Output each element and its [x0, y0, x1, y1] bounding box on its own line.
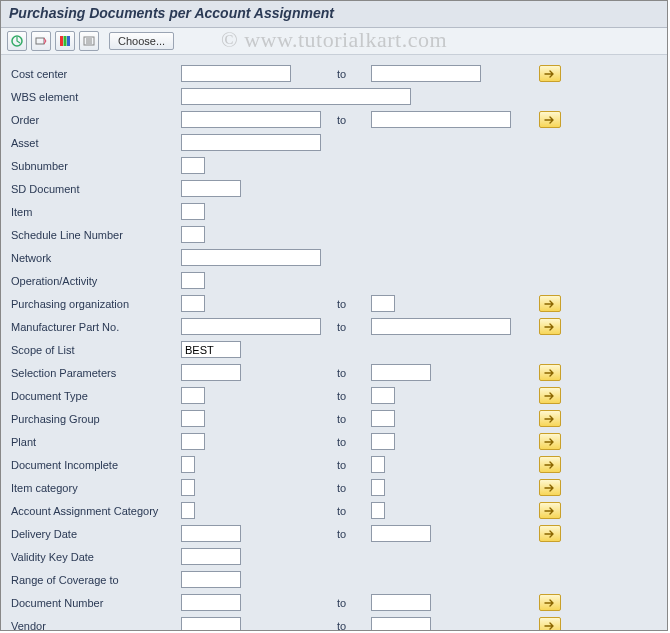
multiple-selection-button[interactable] [539, 433, 561, 450]
order-high-input[interactable] [371, 111, 511, 128]
field-row-subnumber: Subnumber [11, 155, 657, 176]
field-label: Selection Parameters [11, 367, 181, 379]
field-label: Order [11, 114, 181, 126]
field-label: Document Incomplete [11, 459, 181, 471]
to-label: to [331, 505, 371, 517]
field-label: Range of Coverage to [11, 574, 181, 586]
to-label: to [331, 459, 371, 471]
field-row-doc_number: Document Numberto [11, 592, 657, 613]
field-row-asset: Asset [11, 132, 657, 153]
field-row-doc_type: Document Typeto [11, 385, 657, 406]
wbs_element-low-input[interactable] [181, 88, 411, 105]
field-label: Scope of List [11, 344, 181, 356]
item_cat-high-input[interactable] [371, 479, 385, 496]
manuf_part-low-input[interactable] [181, 318, 321, 335]
field-label: WBS element [11, 91, 181, 103]
svg-rect-4 [67, 36, 70, 46]
acct_assign_cat-high-input[interactable] [371, 502, 385, 519]
vendor-high-input[interactable] [371, 617, 431, 631]
item-low-input[interactable] [181, 203, 205, 220]
multiple-selection-button[interactable] [539, 65, 561, 82]
to-label: to [331, 528, 371, 540]
sel_params-low-input[interactable] [181, 364, 241, 381]
purch_group-high-input[interactable] [371, 410, 395, 427]
asset-low-input[interactable] [181, 134, 321, 151]
to-label: to [331, 620, 371, 632]
multiple-selection-button[interactable] [539, 456, 561, 473]
acct_assign_cat-low-input[interactable] [181, 502, 195, 519]
svg-rect-2 [60, 36, 63, 46]
doc_type-high-input[interactable] [371, 387, 395, 404]
multiple-selection-button[interactable] [539, 525, 561, 542]
field-label: Delivery Date [11, 528, 181, 540]
subnumber-low-input[interactable] [181, 157, 205, 174]
cost_center-high-input[interactable] [371, 65, 481, 82]
to-label: to [331, 321, 371, 333]
toolbar: Choose... [1, 28, 667, 55]
to-label: to [331, 367, 371, 379]
sel_params-high-input[interactable] [371, 364, 431, 381]
field-row-range_coverage: Range of Coverage to [11, 569, 657, 590]
multiple-selection-button[interactable] [539, 479, 561, 496]
multiple-selection-button[interactable] [539, 502, 561, 519]
doc_type-low-input[interactable] [181, 387, 205, 404]
choose-button[interactable]: Choose... [109, 32, 174, 50]
execute-button[interactable] [7, 31, 27, 51]
order-low-input[interactable] [181, 111, 321, 128]
doc_number-low-input[interactable] [181, 594, 241, 611]
to-label: to [331, 298, 371, 310]
all-selections-button[interactable] [79, 31, 99, 51]
multiple-selection-button[interactable] [539, 318, 561, 335]
field-label: Operation/Activity [11, 275, 181, 287]
multiple-selection-button[interactable] [539, 111, 561, 128]
field-label: Schedule Line Number [11, 229, 181, 241]
doc_incomplete-low-input[interactable] [181, 456, 195, 473]
delivery_date-high-input[interactable] [371, 525, 431, 542]
to-label: to [331, 482, 371, 494]
to-label: to [331, 68, 371, 80]
field-label: Purchasing Group [11, 413, 181, 425]
multiple-selection-button[interactable] [539, 295, 561, 312]
validity_key-low-input[interactable] [181, 548, 241, 565]
doc_incomplete-high-input[interactable] [371, 456, 385, 473]
field-label: Asset [11, 137, 181, 149]
network-low-input[interactable] [181, 249, 321, 266]
field-label: Plant [11, 436, 181, 448]
field-row-cost_center: Cost centerto [11, 63, 657, 84]
field-row-operation: Operation/Activity [11, 270, 657, 291]
sched_line-low-input[interactable] [181, 226, 205, 243]
cost_center-low-input[interactable] [181, 65, 291, 82]
dynamic-selections-button[interactable] [55, 31, 75, 51]
vendor-low-input[interactable] [181, 617, 241, 631]
svg-rect-1 [36, 38, 44, 44]
selection-fields: Cost centertoWBS elementOrdertoAssetSubn… [1, 55, 667, 631]
multiple-selection-button[interactable] [539, 617, 561, 631]
field-row-sd_document: SD Document [11, 178, 657, 199]
sd_document-low-input[interactable] [181, 180, 241, 197]
page-title: Purchasing Documents per Account Assignm… [1, 1, 667, 28]
delivery_date-low-input[interactable] [181, 525, 241, 542]
multiple-selection-button[interactable] [539, 410, 561, 427]
range_coverage-low-input[interactable] [181, 571, 241, 588]
field-row-vendor: Vendorto [11, 615, 657, 631]
multiple-selection-button[interactable] [539, 364, 561, 381]
field-row-scope_list: Scope of List [11, 339, 657, 360]
item_cat-low-input[interactable] [181, 479, 195, 496]
multiple-selection-button[interactable] [539, 387, 561, 404]
field-label: SD Document [11, 183, 181, 195]
field-row-delivery_date: Delivery Dateto [11, 523, 657, 544]
field-row-acct_assign_cat: Account Assignment Categoryto [11, 500, 657, 521]
plant-low-input[interactable] [181, 433, 205, 450]
manuf_part-high-input[interactable] [371, 318, 511, 335]
purch_org-high-input[interactable] [371, 295, 395, 312]
scope_list-low-input[interactable] [181, 341, 241, 358]
selection-screen: Purchasing Documents per Account Assignm… [0, 0, 668, 631]
doc_number-high-input[interactable] [371, 594, 431, 611]
purch_org-low-input[interactable] [181, 295, 205, 312]
plant-high-input[interactable] [371, 433, 395, 450]
operation-low-input[interactable] [181, 272, 205, 289]
field-label: Subnumber [11, 160, 181, 172]
multiple-selection-button[interactable] [539, 594, 561, 611]
get-variant-button[interactable] [31, 31, 51, 51]
purch_group-low-input[interactable] [181, 410, 205, 427]
